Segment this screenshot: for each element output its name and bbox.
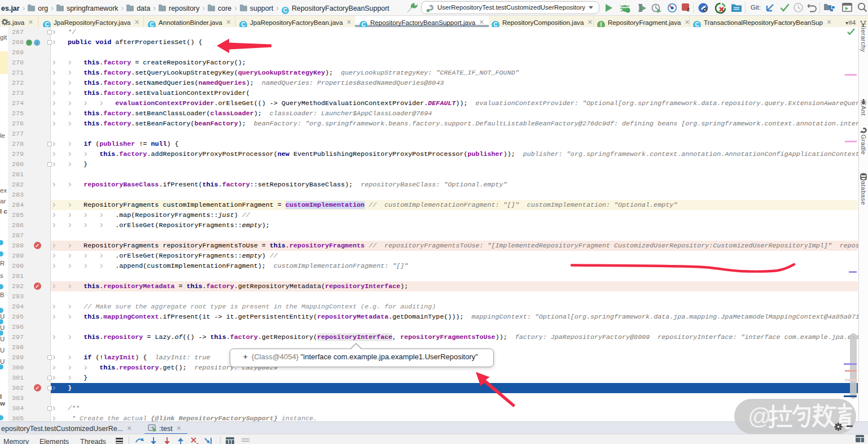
svg-text:@: @ — [748, 403, 771, 429]
